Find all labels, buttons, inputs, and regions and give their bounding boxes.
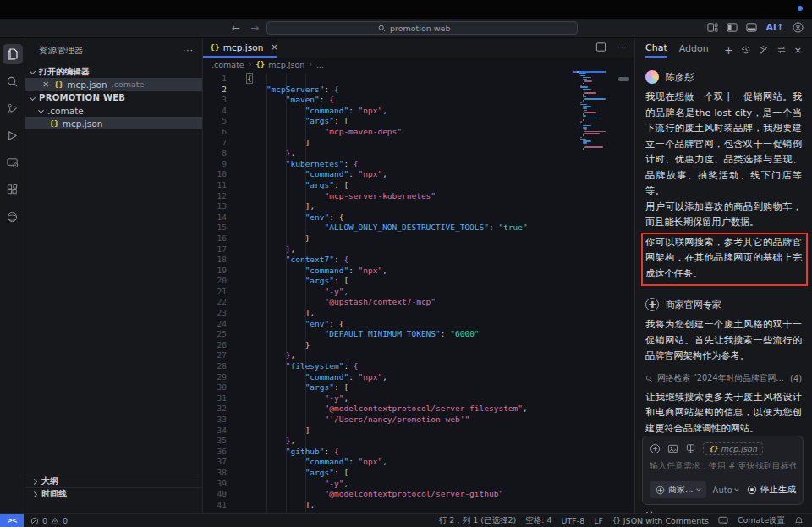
browser-icon[interactable] — [3, 206, 23, 227]
code-line[interactable]: 30 "args": [ — [203, 382, 634, 393]
search-icon[interactable] — [3, 71, 23, 91]
tab-addon[interactable]: Addon — [679, 43, 709, 57]
code-line[interactable]: 6 "mcp-maven-deps" — [203, 127, 634, 138]
history-icon[interactable] — [741, 45, 751, 55]
command-center-search[interactable] — [266, 21, 578, 35]
remote-explorer-icon[interactable] — [3, 152, 23, 173]
code-line[interactable]: 3 "maven": { — [203, 95, 634, 106]
cursor-position[interactable]: 行 2，列 1 (已选择2) — [439, 515, 517, 526]
indentation[interactable]: 空格: 4 — [525, 515, 551, 526]
code-line[interactable]: 14 "env": { — [203, 212, 634, 223]
forward-button[interactable]: → — [250, 21, 259, 35]
code-line[interactable]: 2 "mcpServers": { — [203, 85, 634, 96]
explorer-icon[interactable] — [3, 44, 23, 64]
code-line[interactable]: 40 "@modelcontextprotocol/server-github" — [203, 489, 634, 500]
workspace-root[interactable]: PROMOTION WEB — [25, 91, 202, 104]
code-line[interactable]: 16 } — [203, 233, 634, 244]
code-line[interactable]: 17 }, — [203, 244, 634, 255]
more-actions-icon[interactable]: ··· — [183, 45, 194, 57]
agent-selector[interactable]: 商家... — [650, 481, 706, 498]
source-control-icon[interactable] — [3, 98, 23, 118]
chat-input-box[interactable]: { } mcp.json 商家... Auto 停止生成 — [642, 436, 804, 505]
code-line[interactable]: 41 ], — [203, 500, 634, 511]
chat-message-input[interactable] — [650, 461, 796, 470]
scrollbar-marker[interactable] — [618, 77, 629, 81]
code-line[interactable]: 8 }, — [203, 148, 634, 159]
code-line[interactable]: 19 "command": "npx", — [203, 266, 634, 277]
customize-layout-icon[interactable] — [707, 22, 718, 33]
close-icon[interactable]: × — [794, 45, 802, 56]
open-editors-section[interactable]: 打开的编辑器 — [25, 65, 202, 78]
code-line[interactable]: 13 ], — [203, 201, 634, 212]
code-line[interactable]: 9 "kubernetes": { — [203, 159, 634, 170]
code-line[interactable]: 39 "-y", — [203, 479, 634, 490]
code-block-icon[interactable] — [685, 443, 696, 454]
toggle-panel-icon[interactable] — [746, 22, 757, 33]
breadcrumb[interactable]: .comate › { } mcp.json › ... — [203, 58, 634, 71]
toggle-sidebar-icon[interactable] — [727, 22, 738, 33]
bell-icon[interactable] — [794, 516, 804, 525]
code-line[interactable]: 23 ], — [203, 308, 634, 319]
code-line[interactable]: 29 "command": "npx", — [203, 372, 634, 383]
code-line[interactable]: 33 "'/Users/nancy/promotion web'" — [203, 414, 634, 425]
extensions-icon[interactable] — [3, 179, 23, 200]
code-line[interactable]: 37 "command": "npx", — [203, 457, 634, 468]
code-line[interactable]: 15 "ALLOW_ONLY_NON_DESTRUCTIVE_TOOLS": "… — [203, 222, 634, 233]
outline-section[interactable]: 大纲 — [25, 475, 202, 487]
image-icon[interactable] — [667, 443, 678, 454]
code-line[interactable]: 20 "args": [ — [203, 276, 634, 287]
close-icon[interactable]: × — [42, 80, 49, 89]
tab-chat[interactable]: Chat — [645, 42, 667, 58]
tree-folder-comate[interactable]: .comate — [25, 104, 202, 117]
split-editor-icon[interactable] — [595, 41, 606, 52]
encoding[interactable]: UTF-8 — [562, 516, 585, 525]
tree-file-mcp-json[interactable]: { } mcp.json — [25, 117, 202, 129]
attach-icon[interactable] — [650, 443, 661, 454]
code-line[interactable]: 21 "-y", — [203, 287, 634, 298]
new-chat-icon[interactable]: + — [724, 44, 733, 57]
comate-settings[interactable]: Comate设置 — [738, 515, 785, 526]
code-line[interactable]: 36 "github": { — [203, 447, 634, 458]
code-line[interactable]: 25 "DEFAULT_MINIMUM_TOKENS": "6000" — [203, 329, 634, 340]
code-line[interactable]: 11 "args": [ — [203, 180, 634, 191]
code-line[interactable]: 38 "args": [ — [203, 468, 634, 479]
account-icon[interactable] — [793, 22, 804, 33]
close-icon[interactable]: × — [271, 42, 277, 52]
code-line[interactable]: 22 "@upstash/context7-mcp" — [203, 297, 634, 308]
open-editor-item[interactable]: × { } mcp.json .comate — [25, 78, 202, 91]
code-line[interactable]: 35 }, — [203, 436, 634, 447]
back-button[interactable]: ← — [232, 21, 240, 35]
minimap[interactable] — [577, 71, 602, 513]
code-line[interactable]: 26 } — [203, 340, 634, 351]
code-line[interactable]: 4 "command": "npx", — [203, 106, 634, 117]
run-debug-icon[interactable] — [3, 125, 23, 145]
code-line[interactable]: 12 "mcp-server-kubernetes" — [203, 191, 634, 202]
search-input[interactable] — [390, 24, 466, 33]
model-selector[interactable]: Auto — [713, 486, 738, 495]
code-line[interactable]: 24 "env": { — [203, 319, 634, 330]
code-line[interactable]: 10 "command": "npx", — [203, 169, 634, 180]
errors-indicator[interactable]: 0 — [30, 516, 47, 525]
stop-generating-button[interactable]: 停止生成 — [747, 484, 796, 496]
code-line[interactable]: 18 "context7": { — [203, 255, 634, 266]
code-line[interactable]: 5 "args": [ — [203, 116, 634, 127]
remote-indicator[interactable]: >< — [0, 514, 24, 527]
code-line[interactable]: 31 "-y", — [203, 393, 634, 404]
language-mode[interactable]: { } JSON with Comments — [612, 516, 709, 525]
switch-icon[interactable] — [776, 45, 787, 55]
eol[interactable]: LF — [594, 516, 603, 525]
comate-ai-icon[interactable]: Ai↑ — [765, 22, 784, 33]
timeline-section[interactable]: 时间线 — [25, 487, 202, 500]
code-line[interactable]: 27 }, — [203, 350, 634, 361]
tools-icon[interactable] — [759, 45, 769, 55]
code-line[interactable]: 1{ — [203, 74, 634, 85]
web-search-result[interactable]: 网络检索 "2024年时尚品牌官网设计架构 双... (4) — [645, 373, 802, 384]
code-line[interactable]: 34 ] — [203, 425, 634, 436]
context-file-chip[interactable]: { } mcp.json — [703, 442, 763, 455]
code-line[interactable]: 28 "filesystem": { — [203, 361, 634, 372]
code-line[interactable]: 7 ] — [203, 138, 634, 149]
warnings-indicator[interactable]: 0 — [51, 516, 68, 525]
tab-mcp-json[interactable]: { } mcp.json × — [203, 38, 277, 58]
feedback-icon[interactable] — [718, 516, 728, 525]
code-line[interactable]: 32 "@modelcontextprotocol/server-filesys… — [203, 403, 634, 414]
